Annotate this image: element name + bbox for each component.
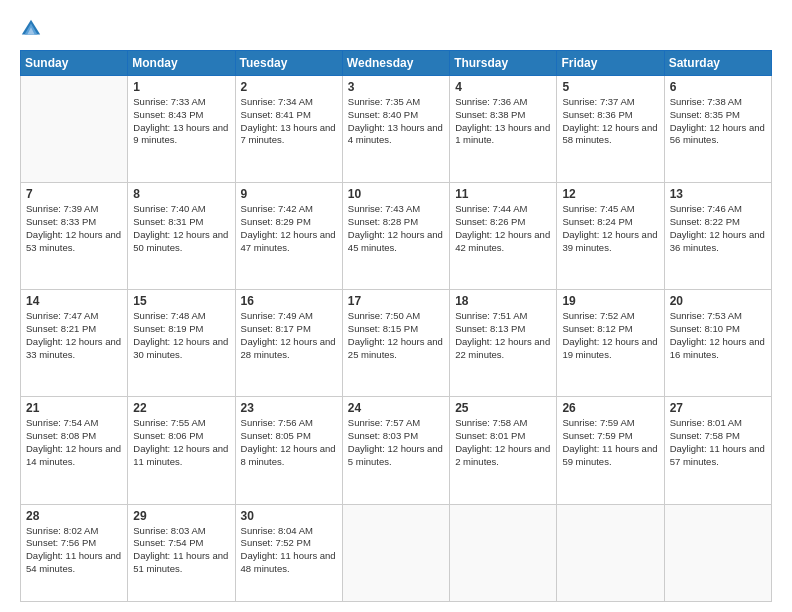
daylight-text: Daylight: 12 hours and 50 minutes. [133, 229, 229, 255]
header [20, 18, 772, 40]
day-number: 10 [348, 187, 444, 201]
sunrise-text: Sunrise: 8:02 AM [26, 525, 122, 538]
daylight-text: Daylight: 12 hours and 25 minutes. [348, 336, 444, 362]
sunrise-text: Sunrise: 7:42 AM [241, 203, 337, 216]
sunset-text: Sunset: 8:40 PM [348, 109, 444, 122]
calendar-cell: 14 Sunrise: 7:47 AM Sunset: 8:21 PM Dayl… [21, 290, 128, 397]
daylight-text: Daylight: 12 hours and 33 minutes. [26, 336, 122, 362]
calendar-cell: 11 Sunrise: 7:44 AM Sunset: 8:26 PM Dayl… [450, 183, 557, 290]
day-number: 11 [455, 187, 551, 201]
sunset-text: Sunset: 8:19 PM [133, 323, 229, 336]
day-number: 20 [670, 294, 766, 308]
calendar-cell [557, 504, 664, 601]
day-number: 2 [241, 80, 337, 94]
daylight-text: Daylight: 12 hours and 58 minutes. [562, 122, 658, 148]
day-number: 18 [455, 294, 551, 308]
sunrise-text: Sunrise: 7:45 AM [562, 203, 658, 216]
calendar-cell: 6 Sunrise: 7:38 AM Sunset: 8:35 PM Dayli… [664, 76, 771, 183]
day-number: 6 [670, 80, 766, 94]
calendar-cell: 22 Sunrise: 7:55 AM Sunset: 8:06 PM Dayl… [128, 397, 235, 504]
day-number: 7 [26, 187, 122, 201]
sunrise-text: Sunrise: 7:47 AM [26, 310, 122, 323]
daylight-text: Daylight: 12 hours and 45 minutes. [348, 229, 444, 255]
daylight-text: Daylight: 12 hours and 30 minutes. [133, 336, 229, 362]
day-number: 29 [133, 509, 229, 523]
calendar-cell [664, 504, 771, 601]
daylight-text: Daylight: 12 hours and 11 minutes. [133, 443, 229, 469]
day-number: 22 [133, 401, 229, 415]
sunset-text: Sunset: 8:12 PM [562, 323, 658, 336]
sunset-text: Sunset: 8:43 PM [133, 109, 229, 122]
day-number: 14 [26, 294, 122, 308]
calendar-week-row: 14 Sunrise: 7:47 AM Sunset: 8:21 PM Dayl… [21, 290, 772, 397]
daylight-text: Daylight: 12 hours and 22 minutes. [455, 336, 551, 362]
sunset-text: Sunset: 8:03 PM [348, 430, 444, 443]
sunset-text: Sunset: 8:36 PM [562, 109, 658, 122]
day-number: 19 [562, 294, 658, 308]
daylight-text: Daylight: 12 hours and 5 minutes. [348, 443, 444, 469]
day-number: 26 [562, 401, 658, 415]
sunrise-text: Sunrise: 7:38 AM [670, 96, 766, 109]
sunset-text: Sunset: 8:01 PM [455, 430, 551, 443]
daylight-text: Daylight: 11 hours and 57 minutes. [670, 443, 766, 469]
sunset-text: Sunset: 8:26 PM [455, 216, 551, 229]
calendar-day-header: Monday [128, 51, 235, 76]
day-number: 5 [562, 80, 658, 94]
day-number: 25 [455, 401, 551, 415]
calendar-cell: 1 Sunrise: 7:33 AM Sunset: 8:43 PM Dayli… [128, 76, 235, 183]
calendar-header-row: SundayMondayTuesdayWednesdayThursdayFrid… [21, 51, 772, 76]
daylight-text: Daylight: 11 hours and 51 minutes. [133, 550, 229, 576]
sunrise-text: Sunrise: 7:49 AM [241, 310, 337, 323]
sunrise-text: Sunrise: 7:36 AM [455, 96, 551, 109]
sunset-text: Sunset: 8:21 PM [26, 323, 122, 336]
sunrise-text: Sunrise: 8:03 AM [133, 525, 229, 538]
sunrise-text: Sunrise: 7:44 AM [455, 203, 551, 216]
sunrise-text: Sunrise: 8:04 AM [241, 525, 337, 538]
sunrise-text: Sunrise: 7:34 AM [241, 96, 337, 109]
sunrise-text: Sunrise: 7:39 AM [26, 203, 122, 216]
sunrise-text: Sunrise: 8:01 AM [670, 417, 766, 430]
day-number: 16 [241, 294, 337, 308]
sunset-text: Sunset: 8:15 PM [348, 323, 444, 336]
daylight-text: Daylight: 12 hours and 19 minutes. [562, 336, 658, 362]
sunrise-text: Sunrise: 7:59 AM [562, 417, 658, 430]
day-number: 8 [133, 187, 229, 201]
calendar-cell: 3 Sunrise: 7:35 AM Sunset: 8:40 PM Dayli… [342, 76, 449, 183]
sunset-text: Sunset: 8:17 PM [241, 323, 337, 336]
sunset-text: Sunset: 8:38 PM [455, 109, 551, 122]
sunset-text: Sunset: 7:58 PM [670, 430, 766, 443]
calendar-cell: 10 Sunrise: 7:43 AM Sunset: 8:28 PM Dayl… [342, 183, 449, 290]
day-number: 13 [670, 187, 766, 201]
calendar-cell: 26 Sunrise: 7:59 AM Sunset: 7:59 PM Dayl… [557, 397, 664, 504]
calendar-cell: 8 Sunrise: 7:40 AM Sunset: 8:31 PM Dayli… [128, 183, 235, 290]
sunrise-text: Sunrise: 7:57 AM [348, 417, 444, 430]
daylight-text: Daylight: 13 hours and 1 minute. [455, 122, 551, 148]
sunset-text: Sunset: 8:10 PM [670, 323, 766, 336]
daylight-text: Daylight: 12 hours and 8 minutes. [241, 443, 337, 469]
sunset-text: Sunset: 8:41 PM [241, 109, 337, 122]
calendar-cell: 15 Sunrise: 7:48 AM Sunset: 8:19 PM Dayl… [128, 290, 235, 397]
day-number: 21 [26, 401, 122, 415]
daylight-text: Daylight: 13 hours and 7 minutes. [241, 122, 337, 148]
calendar-cell: 18 Sunrise: 7:51 AM Sunset: 8:13 PM Dayl… [450, 290, 557, 397]
calendar-cell [21, 76, 128, 183]
sunrise-text: Sunrise: 7:37 AM [562, 96, 658, 109]
calendar-cell: 9 Sunrise: 7:42 AM Sunset: 8:29 PM Dayli… [235, 183, 342, 290]
calendar-cell: 20 Sunrise: 7:53 AM Sunset: 8:10 PM Dayl… [664, 290, 771, 397]
daylight-text: Daylight: 11 hours and 48 minutes. [241, 550, 337, 576]
sunrise-text: Sunrise: 7:53 AM [670, 310, 766, 323]
day-number: 30 [241, 509, 337, 523]
sunset-text: Sunset: 8:24 PM [562, 216, 658, 229]
daylight-text: Daylight: 12 hours and 14 minutes. [26, 443, 122, 469]
sunset-text: Sunset: 7:59 PM [562, 430, 658, 443]
sunset-text: Sunset: 8:22 PM [670, 216, 766, 229]
day-number: 27 [670, 401, 766, 415]
sunset-text: Sunset: 8:35 PM [670, 109, 766, 122]
calendar-cell: 19 Sunrise: 7:52 AM Sunset: 8:12 PM Dayl… [557, 290, 664, 397]
sunrise-text: Sunrise: 7:56 AM [241, 417, 337, 430]
calendar-cell: 17 Sunrise: 7:50 AM Sunset: 8:15 PM Dayl… [342, 290, 449, 397]
calendar-day-header: Thursday [450, 51, 557, 76]
sunrise-text: Sunrise: 7:50 AM [348, 310, 444, 323]
calendar-cell: 12 Sunrise: 7:45 AM Sunset: 8:24 PM Dayl… [557, 183, 664, 290]
calendar-day-header: Sunday [21, 51, 128, 76]
